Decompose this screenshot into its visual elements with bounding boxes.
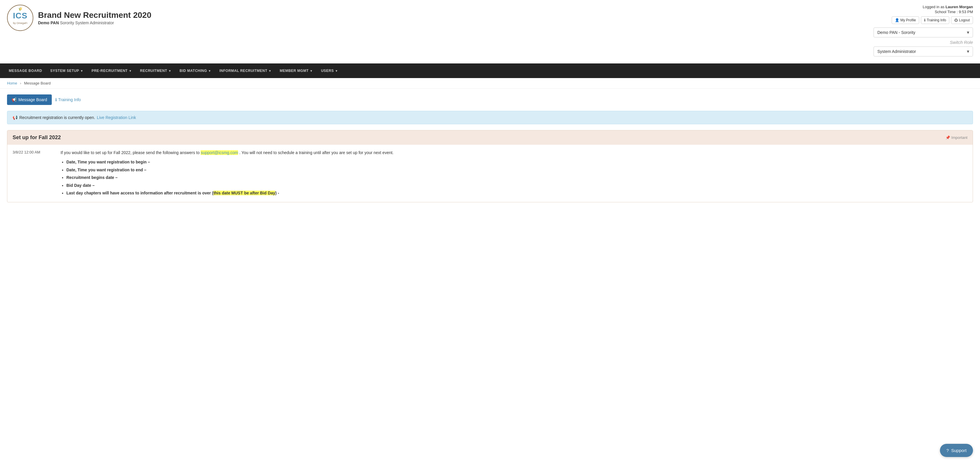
logout-icon: ⏻ bbox=[954, 18, 958, 22]
bullet-3: Recruitment begins date – bbox=[67, 175, 118, 180]
nav-recruitment-arrow-icon: ▼ bbox=[169, 69, 171, 73]
breadcrumb-separator: › bbox=[20, 81, 21, 85]
banner-text: Recruitment registration is currently op… bbox=[19, 115, 95, 120]
nav-informal-recruitment-label: INFORMAL RECRUITMENT bbox=[220, 69, 267, 73]
message-intro: If you would like to set up for Fall 202… bbox=[60, 150, 200, 155]
message-card-title: Set up for Fall 2022 bbox=[13, 135, 61, 141]
org-name: Demo PAN bbox=[38, 21, 59, 25]
page-title: Brand New Recruitment 2020 bbox=[38, 11, 151, 20]
org-role: Sorority System Administrator bbox=[60, 21, 114, 25]
nav-system-setup-label: SYSTEM SETUP bbox=[50, 69, 79, 73]
nav-system-setup[interactable]: SYSTEM SETUP ▼ bbox=[46, 64, 88, 78]
important-label: Important bbox=[951, 135, 967, 140]
message-card-important: 📌 Important bbox=[945, 135, 967, 140]
org-dropdown[interactable]: Demo PAN - Sorority bbox=[873, 27, 973, 37]
profile-icon: 👤 bbox=[895, 18, 899, 22]
nav-pre-recruitment-arrow-icon: ▼ bbox=[129, 69, 132, 73]
nav-bid-matching[interactable]: BID MATCHING ▼ bbox=[175, 64, 215, 78]
message-board-button[interactable]: 📢 Message Board bbox=[7, 94, 52, 105]
message-bullet-list: Date, Time you want registration to begi… bbox=[67, 159, 967, 196]
nav-informal-recruitment-arrow-icon: ▼ bbox=[269, 69, 271, 73]
bullet-5-pre: Last day chapters will have access to in… bbox=[67, 191, 279, 195]
nav-recruitment-label: RECRUITMENT bbox=[140, 69, 167, 73]
page-header: 🌾 ICS by OmegaFi Brand New Recruitment 2… bbox=[0, 0, 980, 64]
nav-pre-recruitment[interactable]: PRE-RECRUITMENT ▼ bbox=[88, 64, 136, 78]
logged-in-info: Logged in as Lauren Morgan bbox=[873, 5, 973, 9]
nav-bid-matching-label: BID MATCHING bbox=[180, 69, 207, 73]
logo-byomegafi: by OmegaFi bbox=[13, 22, 27, 25]
logout-label: Logout bbox=[959, 18, 970, 22]
nav-bid-matching-arrow-icon: ▼ bbox=[208, 69, 211, 73]
header-right: Logged in as Lauren Morgan School Time :… bbox=[873, 5, 973, 59]
my-profile-label: My Profile bbox=[900, 18, 916, 22]
nav-users[interactable]: USERS ▼ bbox=[317, 64, 342, 78]
nav-message-board-label: MESSAGE BOARD bbox=[9, 69, 42, 73]
org-dropdown-wrapper[interactable]: Demo PAN - Sorority ▼ bbox=[873, 27, 973, 37]
training-info-button[interactable]: ℹ Training Info bbox=[921, 16, 949, 24]
list-item: Date, Time you want registration to begi… bbox=[67, 159, 967, 165]
school-time: School Time : 9:53 PM bbox=[873, 10, 973, 14]
message-mid: . You will not need to schedule a traini… bbox=[239, 150, 394, 155]
pushpin-icon: 📌 bbox=[945, 135, 950, 140]
recruitment-banner: 📢 Recruitment registration is currently … bbox=[7, 111, 973, 124]
bullet-4: Bid Day date – bbox=[67, 183, 94, 188]
action-row: 📢 Message Board ℹ Training Info bbox=[7, 94, 973, 105]
logout-button[interactable]: ⏻ Logout bbox=[951, 16, 973, 24]
highlight-text: this date MUST be after Bid Day bbox=[213, 191, 275, 195]
message-board-button-label: Message Board bbox=[18, 97, 47, 102]
message-card-header: Set up for Fall 2022 📌 Important bbox=[7, 130, 973, 145]
live-registration-link[interactable]: Live Registration Link bbox=[97, 115, 136, 120]
message-card-body: 3/8/22 12:00 AM If you would like to set… bbox=[7, 145, 973, 202]
training-info-action-label: Training Info bbox=[58, 97, 81, 102]
nav-recruitment[interactable]: RECRUITMENT ▼ bbox=[136, 64, 175, 78]
megaphone-icon: 📢 bbox=[12, 97, 17, 102]
switch-role-label: Switch Role bbox=[873, 40, 973, 45]
list-item: Date, Time you want registration to end … bbox=[67, 167, 967, 173]
banner-megaphone-icon: 📢 bbox=[13, 115, 18, 120]
header-buttons: 👤 My Profile ℹ Training Info ⏻ Logout bbox=[873, 16, 973, 24]
info-icon: ℹ bbox=[55, 97, 57, 102]
training-info-icon: ℹ bbox=[924, 18, 926, 22]
breadcrumb-home[interactable]: Home bbox=[7, 81, 17, 85]
bullet-1: Date, Time you want registration to begi… bbox=[67, 160, 150, 164]
training-info-label: Training Info bbox=[927, 18, 946, 22]
header-title-block: Brand New Recruitment 2020 Demo PAN Soro… bbox=[38, 11, 151, 25]
support-email-link[interactable]: support@icsmg.com bbox=[200, 150, 238, 155]
list-item: Last day chapters will have access to in… bbox=[67, 190, 967, 196]
nav-system-setup-arrow-icon: ▼ bbox=[80, 69, 83, 73]
bullet-2: Date, Time you want registration to end … bbox=[67, 167, 146, 172]
nav-member-mgmt-label: MEMBER MGMT bbox=[280, 69, 309, 73]
breadcrumb-current: Message Board bbox=[24, 81, 51, 85]
logo-wheat-icon: 🌾 bbox=[18, 7, 22, 11]
page-subtitle: Demo PAN Sorority System Administrator bbox=[38, 21, 151, 25]
nav-informal-recruitment[interactable]: INFORMAL RECRUITMENT ▼ bbox=[215, 64, 275, 78]
nav-users-arrow-icon: ▼ bbox=[335, 69, 338, 73]
message-date: 3/8/22 12:00 AM bbox=[13, 150, 54, 197]
nav-users-label: USERS bbox=[321, 69, 334, 73]
my-profile-button[interactable]: 👤 My Profile bbox=[892, 16, 919, 24]
message-body-text: If you would like to set up for Fall 202… bbox=[60, 149, 967, 156]
main-content: 📢 Message Board ℹ Training Info 📢 Recrui… bbox=[0, 89, 980, 214]
training-info-action-button[interactable]: ℹ Training Info bbox=[55, 97, 81, 102]
logo: 🌾 ICS by OmegaFi bbox=[7, 5, 33, 31]
header-left: 🌾 ICS by OmegaFi Brand New Recruitment 2… bbox=[7, 5, 151, 31]
nav-member-mgmt[interactable]: MEMBER MGMT ▼ bbox=[275, 64, 317, 78]
nav-pre-recruitment-label: PRE-RECRUITMENT bbox=[92, 69, 128, 73]
message-card: Set up for Fall 2022 📌 Important 3/8/22 … bbox=[7, 130, 973, 202]
nav-member-mgmt-arrow-icon: ▼ bbox=[310, 69, 313, 73]
breadcrumb: Home › Message Board bbox=[0, 78, 980, 89]
role-dropdown-wrapper[interactable]: System Administrator ▼ bbox=[873, 46, 973, 56]
logo-ics-text: ICS bbox=[13, 11, 27, 21]
nav-message-board[interactable]: MESSAGE BOARD bbox=[5, 64, 46, 78]
list-item: Bid Day date – bbox=[67, 182, 967, 189]
list-item: Recruitment begins date – bbox=[67, 174, 967, 181]
logged-in-label: Logged in as bbox=[923, 5, 944, 9]
message-content: If you would like to set up for Fall 202… bbox=[60, 149, 967, 197]
role-dropdown[interactable]: System Administrator bbox=[873, 46, 973, 56]
main-navbar: MESSAGE BOARD SYSTEM SETUP ▼ PRE-RECRUIT… bbox=[0, 64, 980, 78]
message-row: 3/8/22 12:00 AM If you would like to set… bbox=[13, 149, 967, 197]
logged-in-user: Lauren Morgan bbox=[945, 5, 973, 9]
